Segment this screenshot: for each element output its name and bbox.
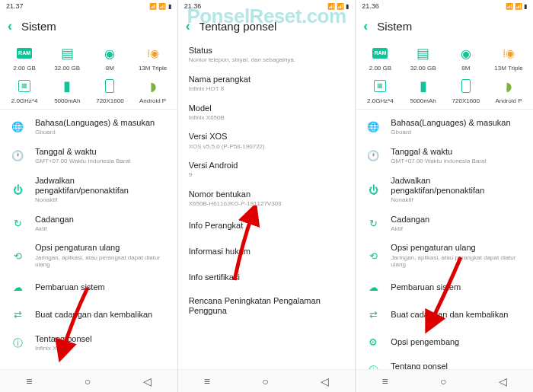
item-subtitle: GMT+07.00 Waktu Indonesia Barat xyxy=(391,158,486,165)
item-title: Jadwalkan pengaktifan/penonaktifan xyxy=(35,176,167,196)
settings-item[interactable]: ↻CadanganAktif xyxy=(356,209,533,238)
item-title: Tentang ponsel xyxy=(391,362,448,369)
spec-item[interactable]: 720X1600 xyxy=(445,78,487,104)
page-title: Sistem xyxy=(21,20,56,33)
nav-back-button[interactable]: ◁ xyxy=(321,375,329,387)
settings-item[interactable]: 🕐Tanggal & waktuGMT+07.00 Waktu Indonesi… xyxy=(356,142,533,171)
settings-item[interactable]: Informasi hukum xyxy=(178,239,356,265)
spec-item[interactable]: ◉8M xyxy=(445,45,487,72)
settings-item[interactable]: ⏻Jadwalkan pengaktifan/penonaktifanNonak… xyxy=(0,171,177,209)
item-title: Bahasa(Languages) & masukan xyxy=(35,118,155,128)
item-icon: ⓘ xyxy=(366,364,380,369)
settings-list: 🌐Bahasa(Languages) & masukanGboard🕐Tangg… xyxy=(356,113,533,369)
item-icon: ⇄ xyxy=(366,308,380,322)
spec-item[interactable]: ◉8M xyxy=(88,45,131,72)
settings-item[interactable]: ModelInfinix X650B xyxy=(178,98,356,127)
back-arrow-icon[interactable]: ‹ xyxy=(186,18,190,34)
spec-item[interactable]: ⁞◉13M Triple xyxy=(487,45,530,72)
item-title: Versi XOS xyxy=(189,132,228,142)
nav-menu-button[interactable]: ≡ xyxy=(382,375,388,387)
back-arrow-icon[interactable]: ‹ xyxy=(363,18,368,34)
spec-item[interactable]: ▮5000mAh xyxy=(46,78,88,104)
page-header: ‹Sistem xyxy=(0,12,177,40)
item-title: Info sertifikasi xyxy=(189,272,240,282)
item-icon: ⓘ xyxy=(11,336,24,350)
item-title: Versi Android xyxy=(189,161,238,171)
nav-home-button[interactable]: ○ xyxy=(440,375,446,387)
item-icon: ☁ xyxy=(366,281,380,295)
settings-item[interactable]: ⇄Buat cadangan dan kembalikan xyxy=(356,301,533,329)
item-title: Jadwalkan pengaktifan/penonaktifan xyxy=(391,176,522,196)
item-title: Pembaruan sistem xyxy=(35,282,105,292)
batt-icon: ▮ xyxy=(415,78,432,94)
settings-item[interactable]: Nomor bentukanX650B-H6110JKO-P-191127V30… xyxy=(178,184,356,213)
spec-item[interactable]: ▤32.00 GB xyxy=(402,45,445,72)
spec-item[interactable]: ▦2.0GHz*4 xyxy=(359,78,401,104)
nav-back-button[interactable]: ◁ xyxy=(499,375,507,387)
settings-item[interactable]: Rencana Peningkatan Pengalaman Pengguna xyxy=(178,291,356,321)
settings-item[interactable]: StatusNomor telepon, sinyal, dan sebagai… xyxy=(178,40,356,69)
cpu-icon: ▦ xyxy=(16,78,33,94)
status-icons: 📶 📶 ▮ xyxy=(506,3,527,10)
nav-home-button[interactable]: ○ xyxy=(262,375,268,387)
spec-item[interactable]: ◗Android P xyxy=(487,78,530,104)
item-icon: ↻ xyxy=(366,216,380,230)
navigation-bar: ≡○◁ xyxy=(178,369,356,392)
settings-item[interactable]: Info Perangkat xyxy=(178,213,356,239)
spec-item[interactable]: ◗Android P xyxy=(132,78,174,104)
spec-item[interactable]: 720X1600 xyxy=(88,78,131,104)
item-icon: ☁ xyxy=(11,281,24,295)
spec-label: 2.00 GB xyxy=(369,65,391,72)
spec-label: 2.0GHz*4 xyxy=(11,97,38,104)
settings-item[interactable]: ⓘTentang ponselInfinix X650B xyxy=(0,329,177,358)
spec-item[interactable]: RAM2.00 GB xyxy=(359,45,401,72)
spec-item[interactable]: ▤32.00 GB xyxy=(46,45,88,72)
settings-item[interactable]: Versi Android9 xyxy=(178,155,356,184)
spec-item[interactable]: ⁞◉13M Triple xyxy=(132,45,174,72)
nav-menu-button[interactable]: ≡ xyxy=(204,375,210,387)
batt-icon: ▮ xyxy=(59,78,75,94)
settings-item[interactable]: Versi XOSXOS v5.5.0 (P-P58-190722) xyxy=(178,126,356,155)
settings-item[interactable]: 🌐Bahasa(Languages) & masukanGboard xyxy=(0,113,177,142)
item-subtitle: X650B-H6110JKO-P-191127V303 xyxy=(189,200,282,208)
status-icons: 📶 📶 ▮ xyxy=(327,3,349,10)
spec-row: RAM2.00 GB▤32.00 GB◉8M⁞◉13M Triple xyxy=(0,40,177,73)
spec-label: 2.0GHz*4 xyxy=(367,97,394,104)
settings-item[interactable]: Nama perangkatInfinix HOT 8 xyxy=(178,69,356,98)
page-title: Tentang ponsel xyxy=(199,20,277,33)
ram-icon: RAM xyxy=(372,45,388,62)
spec-row: RAM2.00 GB▤32.00 GB◉8M⁞◉13M Triple xyxy=(356,40,533,73)
settings-item[interactable]: 🕐Tanggal & waktuGMT+07.00 Waktu Indonesi… xyxy=(0,142,177,171)
triple-icon: ⁞◉ xyxy=(145,45,161,62)
nav-menu-button[interactable]: ≡ xyxy=(26,375,32,387)
item-subtitle: Gboard xyxy=(35,129,155,136)
nav-home-button[interactable]: ○ xyxy=(85,375,91,387)
settings-item[interactable]: Info sertifikasi xyxy=(178,265,356,291)
settings-list: StatusNomor telepon, sinyal, dan sebagai… xyxy=(178,40,356,369)
item-title: Nomor bentukan xyxy=(189,190,251,199)
storage-icon: ▤ xyxy=(59,45,75,62)
settings-item[interactable]: ☁Pembaruan sistem xyxy=(0,274,177,301)
settings-item[interactable]: ☁Pembaruan sistem xyxy=(356,274,533,301)
settings-item[interactable]: ↻CadanganAktif xyxy=(0,209,177,238)
settings-item[interactable]: ⓘTentang ponselInfinix X650B xyxy=(356,356,533,369)
settings-item[interactable]: ⇄Buat cadangan dan kembalikan xyxy=(0,301,177,329)
settings-item[interactable]: ⟲Opsi pengaturan ulangJaringan, aplikasi… xyxy=(0,237,177,273)
status-icons: 📶 📶 ▮ xyxy=(149,3,171,10)
back-arrow-icon[interactable]: ‹ xyxy=(8,18,12,34)
settings-item[interactable]: ⟲Opsi pengaturan ulangJaringan, aplikasi… xyxy=(356,237,533,273)
settings-item[interactable]: ⚙Opsi pengembang xyxy=(356,329,533,356)
item-subtitle: Aktif xyxy=(35,225,74,233)
settings-item[interactable]: ⏻Jadwalkan pengaktifan/penonaktifanNonak… xyxy=(356,171,533,209)
item-icon: 🕐 xyxy=(11,149,24,163)
disp-icon xyxy=(101,78,118,94)
spec-item[interactable]: RAM2.00 GB xyxy=(3,45,46,72)
storage-icon: ▤ xyxy=(415,45,432,62)
spec-label: 13M Triple xyxy=(494,65,522,72)
nav-back-button[interactable]: ◁ xyxy=(143,375,152,387)
spec-item[interactable]: ▮5000mAh xyxy=(402,78,445,104)
spec-item[interactable]: ▦2.0GHz*4 xyxy=(3,78,46,104)
settings-item[interactable]: 🌐Bahasa(Languages) & masukanGboard xyxy=(356,113,533,142)
item-title: Tanggal & waktu xyxy=(35,147,130,157)
item-title: Opsi pengembang xyxy=(391,337,459,347)
